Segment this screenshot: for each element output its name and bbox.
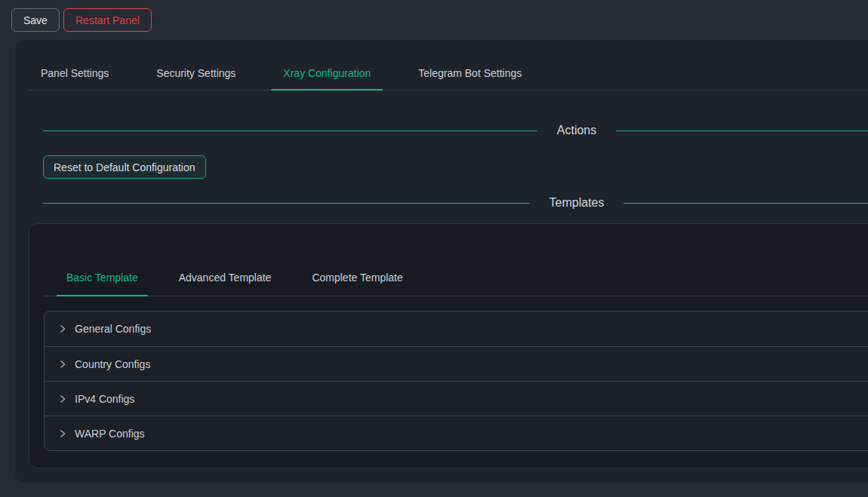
- actions-divider: Actions: [43, 122, 868, 139]
- settings-panel: Panel Settings Security Settings Xray Co…: [15, 40, 868, 483]
- tab-panel-settings[interactable]: Panel Settings: [29, 66, 121, 90]
- collapse-item-label: IPv4 Configs: [75, 393, 134, 405]
- collapse-item-label: General Configs: [75, 323, 151, 335]
- collapse-item-ipv4-configs[interactable]: IPv4 Configs: [45, 381, 868, 416]
- actions-divider-title: Actions: [537, 122, 616, 139]
- restart-panel-button[interactable]: Restart Panel: [63, 8, 152, 32]
- xray-configuration-pane: Actions Reset to Default Configuration T…: [29, 122, 868, 211]
- save-button[interactable]: Save: [11, 8, 60, 32]
- chevron-right-icon: [58, 429, 67, 438]
- chevron-right-icon: [58, 360, 67, 369]
- collapse-item-country-configs[interactable]: Country Configs: [45, 346, 868, 381]
- templates-divider-title: Templates: [530, 195, 624, 211]
- tab-xray-configuration[interactable]: Xray Configuration: [271, 66, 383, 90]
- templates-card: Basic Template Advanced Template Complet…: [29, 223, 868, 468]
- templates-divider: Templates: [43, 195, 868, 211]
- tab-basic-template[interactable]: Basic Template: [57, 271, 148, 296]
- collapse-item-general-configs[interactable]: General Configs: [45, 311, 868, 346]
- chevron-right-icon: [58, 394, 67, 403]
- chevron-right-icon: [58, 324, 67, 333]
- templates-tab-bar: Basic Template Advanced Template Complet…: [44, 271, 868, 296]
- tab-complete-template[interactable]: Complete Template: [302, 271, 412, 296]
- settings-tab-bar: Panel Settings Security Settings Xray Co…: [29, 40, 868, 91]
- tab-advanced-template[interactable]: Advanced Template: [169, 271, 282, 296]
- collapse-item-label: Country Configs: [75, 358, 150, 370]
- reset-default-configuration-button[interactable]: Reset to Default Configuration: [43, 155, 206, 179]
- tab-telegram-bot-settings[interactable]: Telegram Bot Settings: [406, 66, 534, 90]
- collapse-item-label: WARP Configs: [75, 428, 145, 440]
- tab-security-settings[interactable]: Security Settings: [144, 66, 248, 90]
- collapse-item-warp-configs[interactable]: WARP Configs: [45, 416, 868, 450]
- configs-collapse: General Configs Country Configs IPv4 Con…: [44, 311, 868, 451]
